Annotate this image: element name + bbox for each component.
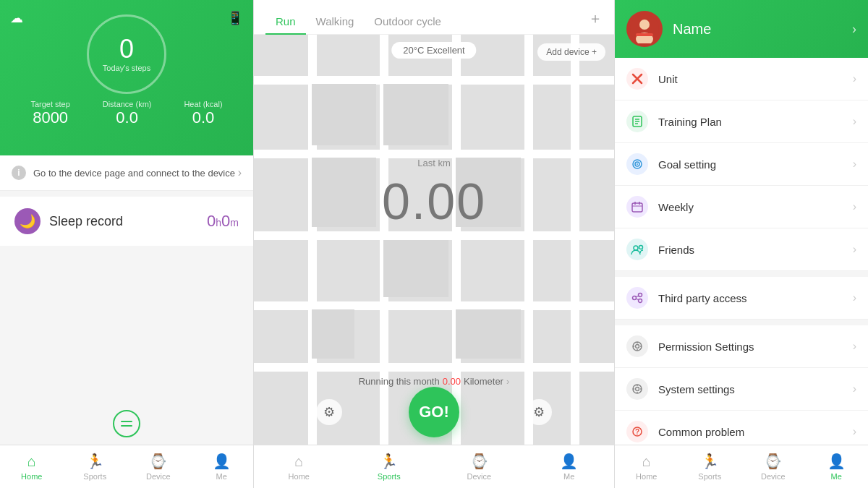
road-v5 [571, 35, 579, 445]
svg-point-23 [636, 345, 639, 348]
svg-rect-3 [636, 33, 653, 36]
step-circle: 0 Today's steps [87, 14, 166, 94]
svg-point-16 [639, 246, 643, 249]
problem-arrow: › [853, 425, 856, 438]
nav-sports-right[interactable]: 🏃 Sports [678, 445, 742, 488]
info-icon: i [12, 166, 26, 180]
menu-weekly[interactable]: Weekly › [615, 186, 868, 228]
menu-weekly-label: Weekly [658, 201, 853, 213]
menu-system[interactable]: System settings › [615, 368, 868, 411]
menu-training-label: Training Plan [658, 116, 853, 128]
problem-icon: ? [626, 421, 648, 442]
distance-value: 0.00 [382, 173, 486, 231]
go-button[interactable]: GO! [409, 387, 459, 437]
nav-sports-mid[interactable]: 🏃 Sports [344, 445, 435, 488]
menu-goal-label: Goal setting [658, 158, 853, 171]
svg-point-1 [639, 20, 650, 30]
settings-right-icon[interactable]: ⚙ [526, 399, 552, 425]
map-container: 20°C Excellent Add device + Last km 0.00… [254, 35, 614, 445]
third-party-arrow: › [853, 291, 856, 304]
bottom-nav-mid: ⌂ Home 🏃 Sports ⌚ Device 👤 Me [254, 445, 614, 488]
menu-unit[interactable]: Unit › [615, 58, 868, 100]
me-icon-mid: 👤 [560, 453, 578, 470]
add-device-btn[interactable]: Add device + [537, 43, 605, 61]
menu-toggle[interactable] [0, 381, 253, 445]
friends-arrow: › [853, 243, 856, 256]
nav-me-mid[interactable]: 👤 Me [524, 445, 615, 488]
separator1 [615, 271, 868, 277]
distance: Distance (km) 0.0 [103, 100, 152, 127]
svg-point-15 [634, 246, 638, 250]
hamburger-circle [113, 410, 140, 437]
last-km-label: Last km [382, 158, 486, 168]
nav-device-right[interactable]: ⌚ Device [741, 445, 805, 488]
svg-point-10 [637, 163, 638, 165]
step-label: Today's steps [103, 64, 150, 72]
separator2 [615, 320, 868, 325]
heat: Heat (kcal) 0.0 [184, 100, 222, 127]
nav-home-left[interactable]: ⌂ Home [0, 445, 64, 488]
nav-me-right[interactable]: 👤 Me [805, 445, 869, 488]
step-count: 0 [119, 36, 134, 62]
monthly-stats: Running this month 0.00 Kilometer › [359, 376, 510, 387]
menu-friends[interactable]: Friends › [615, 228, 868, 271]
nav-home-mid[interactable]: ⌂ Home [254, 445, 344, 488]
svg-line-21 [636, 299, 639, 300]
home-icon-right: ⌂ [642, 453, 651, 470]
left-panel: ☁ 📱 0 Today's steps Target step 8000 Dis… [0, 0, 253, 488]
nav-device-left[interactable]: ⌚ Device [127, 445, 190, 488]
svg-point-17 [633, 296, 637, 300]
right-panel: Name › Unit › Training Plan › Goal setti… [615, 0, 868, 488]
profile-header[interactable]: Name › [615, 0, 868, 58]
training-icon [626, 111, 648, 132]
tab-run[interactable]: Run [265, 9, 306, 35]
sports-icon-right: 🏃 [701, 453, 719, 470]
weather-icon: ☁ [10, 10, 23, 26]
device-nav-icon: ⌚ [149, 453, 167, 470]
unit-icon [626, 68, 648, 90]
sleep-value: 0h0m [207, 212, 239, 231]
nav-sports-left[interactable]: 🏃 Sports [64, 445, 127, 488]
connect-arrow: › [238, 166, 242, 179]
svg-point-19 [639, 299, 642, 303]
menu-system-label: System settings [658, 383, 853, 395]
device-icon-right: ⌚ [764, 453, 782, 470]
hamburger-line-2 [121, 425, 132, 427]
sports-icon: 🏃 [86, 453, 104, 470]
tab-walking[interactable]: Walking [306, 9, 365, 35]
nav-device-mid[interactable]: ⌚ Device [434, 445, 524, 488]
training-arrow: › [853, 115, 856, 128]
nav-home-right[interactable]: ⌂ Home [615, 445, 678, 488]
sleep-label: Sleep record [49, 214, 207, 229]
menu-permission-label: Permission Settings [658, 341, 853, 353]
menu-problem[interactable]: ? Common problem › [615, 411, 868, 445]
device-connect-bar[interactable]: i Go to the device page and connect to t… [0, 155, 253, 191]
menu-training[interactable]: Training Plan › [615, 100, 868, 143]
nav-me-left[interactable]: 👤 Me [190, 445, 254, 488]
unit-arrow: › [853, 72, 856, 85]
weekly-icon [626, 196, 648, 218]
menu-goal[interactable]: Goal setting › [615, 143, 868, 186]
goal-arrow: › [853, 158, 856, 171]
block6 [312, 309, 355, 359]
bottom-nav-right: ⌂ Home 🏃 Sports ⌚ Device 👤 Me [615, 445, 868, 488]
menu-unit-label: Unit [658, 73, 853, 85]
menu-third-party[interactable]: Third party access › [615, 277, 868, 320]
svg-text:?: ? [635, 428, 639, 436]
profile-arrow: › [852, 22, 856, 37]
activity-tabs: Run Walking Outdoor cycle ＋ [254, 0, 614, 35]
system-icon [626, 378, 648, 400]
block2 [383, 84, 448, 145]
permission-icon [626, 335, 648, 357]
settings-left-icon[interactable]: ⚙ [316, 399, 342, 425]
block1 [312, 84, 377, 145]
block5 [383, 240, 448, 297]
menu-permission[interactable]: Permission Settings › [615, 325, 868, 368]
stats-header: ☁ 📱 0 Today's steps Target step 8000 Dis… [0, 0, 253, 155]
sleep-card[interactable]: 🌙 Sleep record 0h0m [0, 197, 253, 246]
tab-outdoor-cycle[interactable]: Outdoor cycle [364, 9, 451, 35]
add-activity-tab[interactable]: ＋ [588, 9, 603, 34]
menu-problem-label: Common problem [658, 426, 853, 438]
goal-icon [626, 153, 648, 175]
distance-display: Last km 0.00 [382, 158, 486, 231]
